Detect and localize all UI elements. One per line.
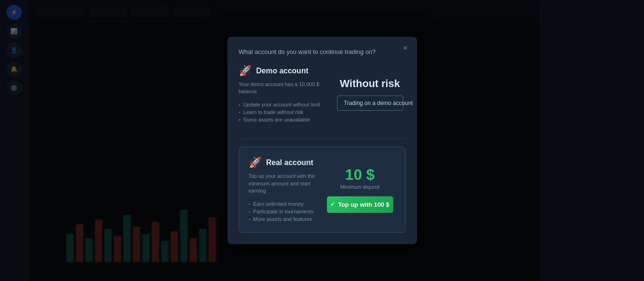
real-account-title: Real account	[266, 158, 314, 167]
real-feature-1: Earn unlimited money	[249, 200, 317, 208]
topup-button-label: Top up with 100 $	[338, 201, 389, 208]
demo-account-features: Update your account without limit Learn …	[239, 101, 327, 123]
demo-account-button[interactable]: Trading on a demo account	[337, 96, 403, 111]
real-account-section: 🚀 Real account Top up your account with …	[239, 147, 406, 233]
demo-account-right: Without risk Trading on a demo account	[335, 65, 406, 124]
real-account-left: 🚀 Real account Top up your account with …	[249, 157, 317, 223]
modal-overlay: × What account do you want to continue t…	[0, 0, 644, 281]
real-account-right: 10 $ Minimum deposit ✓ Top up with 100 $	[325, 157, 396, 223]
demo-feature-1: Update your account without limit	[239, 101, 327, 108]
demo-account-title: Demo account	[256, 67, 308, 75]
demo-account-section: 🚀 Demo account Your demo account has a 1…	[239, 65, 406, 132]
real-feature-2: Participate in tournaments	[249, 208, 317, 215]
modal-question: What account do you want to continue tra…	[239, 48, 406, 55]
check-icon: ✓	[330, 201, 335, 208]
demo-feature-2: Learn to trade without risk	[239, 108, 327, 116]
demo-account-left: 🚀 Demo account Your demo account has a 1…	[239, 65, 327, 124]
account-selection-modal: × What account do you want to continue t…	[227, 37, 417, 245]
demo-account-subtitle: Your demo account has a 10,000 $ balance	[239, 81, 327, 96]
real-account-header: 🚀 Real account	[249, 157, 317, 169]
real-account-icon: 🚀	[249, 157, 262, 169]
real-account-subtitle: Top up your account with the minimum amo…	[249, 173, 317, 194]
real-feature-3: More assets and features	[249, 215, 317, 223]
real-account-features: Earn unlimited money Participate in tour…	[249, 200, 317, 223]
demo-account-icon: 🚀	[239, 65, 252, 77]
min-deposit-label: Minimum deposit	[340, 184, 380, 190]
demo-account-header: 🚀 Demo account	[239, 65, 327, 77]
topup-button[interactable]: ✓ Top up with 100 $	[327, 196, 393, 213]
without-risk-heading: Without risk	[340, 78, 400, 90]
section-divider	[239, 139, 406, 139]
demo-feature-3: Some assets are unavailable	[239, 116, 327, 123]
close-button[interactable]: ×	[400, 43, 411, 54]
min-deposit-amount: 10 $	[345, 167, 374, 182]
